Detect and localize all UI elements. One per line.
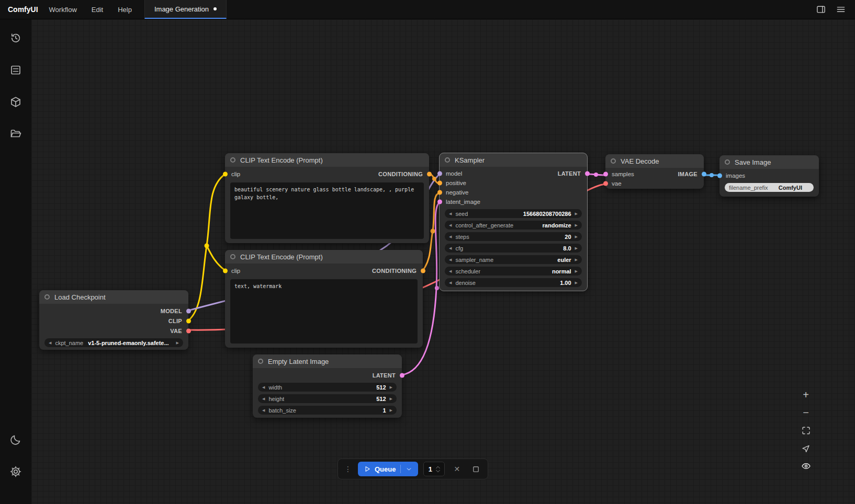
sidebar-item-model-library[interactable] [4, 90, 27, 113]
zoom-out-button[interactable]: − [797, 405, 814, 420]
increment-arrow-icon[interactable]: ▶ [390, 408, 392, 412]
node-header[interactable]: KSampler [440, 153, 587, 167]
node-empty-latent-image[interactable]: Empty Latent Image LATENT ◀ width 512 ▶ … [253, 354, 402, 418]
widget-height[interactable]: ◀ height 512 ▶ [258, 394, 397, 403]
collapse-dot-icon[interactable] [44, 294, 50, 300]
queue-button[interactable]: Queue [358, 462, 418, 476]
widget-cfg[interactable]: ◀ cfg 8.0 ▶ [445, 244, 582, 253]
node-header[interactable]: VAE Decode [605, 154, 704, 168]
output-slot-model[interactable] [186, 308, 191, 313]
next-value-arrow-icon[interactable]: ▶ [575, 223, 578, 227]
fit-view-button[interactable] [797, 423, 814, 438]
input-slot-vae[interactable] [603, 181, 608, 186]
decrement-chevron-icon[interactable] [435, 469, 441, 473]
increment-arrow-icon[interactable]: ▶ [575, 212, 578, 215]
increment-arrow-icon[interactable]: ▶ [390, 385, 392, 389]
node-clip-text-encode-positive[interactable]: CLIP Text Encode (Prompt) clip CONDITION… [225, 153, 429, 243]
decrement-arrow-icon[interactable]: ◀ [262, 408, 265, 412]
queue-dropdown-chevron-icon[interactable] [406, 466, 412, 473]
input-slot-samples[interactable] [603, 172, 608, 177]
node-header[interactable]: Load Checkpoint [39, 290, 188, 304]
widget-control-after-generate[interactable]: ◀ control_after_generate randomize ▶ [445, 221, 582, 230]
node-vae-decode[interactable]: VAE Decode samples IMAGE vae [605, 154, 704, 189]
clear-queue-button[interactable]: ✕ [450, 462, 464, 476]
menu-edit[interactable]: Edit [92, 6, 103, 14]
increment-arrow-icon[interactable]: ▶ [575, 246, 578, 250]
node-header[interactable]: CLIP Text Encode (Prompt) [225, 153, 429, 167]
input-slot-images[interactable] [717, 174, 722, 178]
node-canvas[interactable]: Load Checkpoint MODEL CLIP VAE ◀ ckpt_na [31, 19, 855, 504]
decrement-arrow-icon[interactable]: ◀ [449, 246, 452, 250]
output-slot-clip[interactable] [186, 318, 191, 323]
prompt-textarea[interactable]: text, watermark [230, 279, 418, 343]
widget-batch-size[interactable]: ◀ batch_size 1 ▶ [258, 406, 397, 415]
collapse-dot-icon[interactable] [230, 254, 235, 259]
node-save-image[interactable]: Save Image images filename_prefix ComfyU… [719, 155, 819, 197]
collapse-dot-icon[interactable] [725, 159, 730, 165]
decrement-arrow-icon[interactable]: ◀ [449, 235, 452, 238]
collapse-dot-icon[interactable] [611, 158, 616, 164]
sidebar-item-queue-history[interactable] [4, 27, 27, 50]
select-mode-button[interactable] [797, 441, 814, 456]
prev-value-arrow-icon[interactable]: ◀ [49, 341, 51, 345]
next-value-arrow-icon[interactable]: ▶ [176, 341, 179, 345]
prev-value-arrow-icon[interactable]: ◀ [449, 269, 452, 273]
collapse-dot-icon[interactable] [258, 359, 263, 364]
collapse-dot-icon[interactable] [445, 157, 450, 163]
input-slot-model[interactable] [437, 171, 442, 176]
widget-denoise[interactable]: ◀ denoise 1.00 ▶ [445, 278, 582, 287]
prompt-textarea[interactable]: beautiful scenery nature glass bottle la… [230, 182, 424, 239]
increment-arrow-icon[interactable]: ▶ [390, 397, 392, 400]
input-slot-clip[interactable] [223, 172, 228, 177]
sidebar-item-workflows[interactable] [4, 122, 27, 145]
node-clip-text-encode-negative[interactable]: CLIP Text Encode (Prompt) clip CONDITION… [225, 250, 423, 348]
prev-value-arrow-icon[interactable]: ◀ [449, 258, 452, 261]
input-slot-clip[interactable] [223, 269, 228, 273]
interrupt-button[interactable] [469, 462, 482, 476]
sidebar-item-node-library[interactable] [4, 59, 27, 82]
menu-workflow[interactable]: Workflow [49, 6, 77, 14]
increment-arrow-icon[interactable]: ▶ [575, 235, 578, 238]
decrement-arrow-icon[interactable]: ◀ [449, 212, 452, 215]
widget-sampler-name[interactable]: ◀ sampler_name euler ▶ [445, 255, 582, 264]
output-slot-conditioning[interactable] [427, 172, 432, 177]
output-slot-conditioning[interactable] [421, 269, 425, 273]
node-load-checkpoint[interactable]: Load Checkpoint MODEL CLIP VAE ◀ ckpt_na [39, 290, 188, 350]
decrement-arrow-icon[interactable]: ◀ [262, 397, 265, 400]
batch-count-spinner[interactable]: 1 [423, 462, 445, 476]
menu-help[interactable]: Help [118, 6, 132, 14]
node-header[interactable]: Empty Latent Image [253, 354, 402, 368]
widget-scheduler[interactable]: ◀ scheduler normal ▶ [445, 267, 582, 276]
input-slot-positive[interactable] [437, 181, 442, 186]
input-slot-negative[interactable] [437, 190, 442, 195]
output-slot-latent[interactable] [400, 373, 404, 377]
tab-image-generation[interactable]: Image Generation [144, 0, 227, 19]
hamburger-menu-button[interactable] [833, 2, 849, 17]
zoom-in-button[interactable]: + [797, 387, 814, 403]
sidebar-item-theme-toggle[interactable] [4, 428, 27, 451]
decrement-arrow-icon[interactable]: ◀ [449, 281, 452, 284]
widget-filename-prefix[interactable]: filename_prefix ComfyUI [725, 183, 814, 192]
output-slot-vae[interactable] [186, 328, 191, 333]
widget-steps[interactable]: ◀ steps 20 ▶ [445, 232, 582, 241]
widget-ckpt-name[interactable]: ◀ ckpt_name v1-5-pruned-emaonly.safete..… [44, 338, 183, 347]
increment-arrow-icon[interactable]: ▶ [575, 281, 578, 284]
next-value-arrow-icon[interactable]: ▶ [575, 269, 578, 273]
widget-width[interactable]: ◀ width 512 ▶ [258, 383, 397, 392]
toggle-link-visibility-button[interactable] [797, 459, 814, 474]
increment-chevron-icon[interactable] [435, 465, 441, 469]
widget-seed[interactable]: ◀ seed 156680208700286 ▶ [445, 209, 582, 218]
node-ksampler[interactable]: KSampler model LATENT positive negative [440, 153, 587, 291]
panel-toggle-button[interactable] [813, 2, 829, 17]
decrement-arrow-icon[interactable]: ◀ [262, 385, 265, 389]
sidebar-item-settings[interactable] [4, 460, 27, 483]
drag-handle[interactable]: ⋮ [343, 465, 353, 473]
node-header[interactable]: CLIP Text Encode (Prompt) [225, 250, 423, 264]
next-value-arrow-icon[interactable]: ▶ [575, 258, 578, 261]
input-slot-latent-image[interactable] [437, 200, 442, 204]
node-header[interactable]: Save Image [719, 155, 819, 169]
prev-value-arrow-icon[interactable]: ◀ [449, 223, 452, 227]
collapse-dot-icon[interactable] [230, 157, 235, 163]
output-slot-latent[interactable] [585, 171, 590, 176]
output-slot-image[interactable] [702, 172, 706, 177]
